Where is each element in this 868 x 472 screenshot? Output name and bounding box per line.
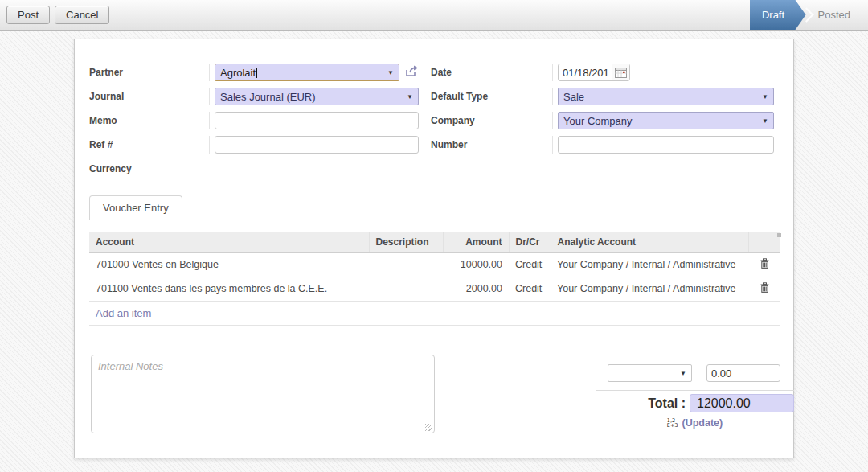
- update-link[interactable]: (Update): [682, 417, 723, 429]
- chevron-down-icon: ▼: [757, 93, 768, 101]
- currency-label: Currency: [89, 160, 211, 178]
- cell-amount[interactable]: 10000.00: [443, 252, 509, 277]
- partner-value: Agrolait: [220, 67, 256, 79]
- statusbar-active-label: Draft: [762, 9, 784, 21]
- cell-amount[interactable]: 2000.00: [443, 277, 509, 301]
- default-type-label: Default Type: [431, 88, 553, 105]
- notebook-tabs: Voucher Entry: [75, 195, 793, 220]
- col-drcr[interactable]: Dr/Cr: [509, 232, 551, 252]
- chevron-down-icon: ▼: [675, 370, 686, 377]
- text-cursor: [256, 68, 257, 78]
- add-an-item-link[interactable]: Add an item: [96, 307, 151, 319]
- statusbar-state-draft[interactable]: Draft: [750, 0, 806, 30]
- journal-select[interactable]: Sales Journal (EUR) ▼: [215, 88, 419, 105]
- cell-drcr[interactable]: Credit: [509, 277, 551, 301]
- number-input[interactable]: [558, 136, 774, 154]
- table-row[interactable]: 701000 Ventes en Belgique 10000.00 Credi…: [89, 252, 780, 277]
- writeoff-select[interactable]: ▼: [608, 364, 692, 382]
- cancel-button[interactable]: Cancel: [55, 6, 109, 24]
- tab-voucher-entry[interactable]: Voucher Entry: [89, 195, 182, 220]
- writeoff-amount-input[interactable]: [706, 364, 780, 382]
- cell-description[interactable]: [369, 252, 443, 277]
- total-label: Total :: [648, 396, 686, 411]
- voucher-lines-table: Account Description Amount Dr/Cr Analyti…: [89, 232, 781, 326]
- scientific-notation-icon: 1,2 E+3: [667, 418, 678, 428]
- ref-input[interactable]: [215, 136, 419, 154]
- calendar-icon[interactable]: [612, 64, 629, 80]
- cell-account[interactable]: 701100 Ventes dans les pays membres de l…: [89, 277, 369, 301]
- company-select[interactable]: Your Company ▼: [558, 112, 774, 129]
- memo-label: Memo: [89, 112, 210, 129]
- col-account[interactable]: Account: [89, 232, 369, 252]
- total-value: 12000.00: [697, 396, 751, 411]
- date-input[interactable]: [559, 65, 612, 80]
- default-type-select[interactable]: Sale ▼: [558, 88, 774, 105]
- table-row[interactable]: 701100 Ventes dans les pays membres de l…: [89, 277, 780, 301]
- col-description[interactable]: Description: [369, 232, 443, 252]
- company-value: Your Company: [563, 115, 633, 127]
- top-toolbar: Post Cancel Draft Posted: [0, 0, 868, 31]
- company-label: Company: [431, 112, 553, 129]
- chevron-down-icon: ▼: [402, 93, 413, 101]
- form-sheet: Partner Agrolait ▼ Jo: [74, 39, 794, 458]
- default-type-value: Sale: [563, 91, 584, 103]
- external-link-icon[interactable]: [405, 65, 419, 80]
- date-field: [558, 64, 630, 81]
- table-header-row: Account Description Amount Dr/Cr Analyti…: [89, 232, 780, 252]
- statusbar: Draft Posted: [750, 0, 862, 30]
- totals-divider: [596, 390, 794, 391]
- partner-combo[interactable]: Agrolait ▼: [215, 64, 399, 81]
- cell-description[interactable]: [369, 277, 443, 301]
- ref-label: Ref #: [89, 136, 210, 154]
- trash-icon[interactable]: [748, 277, 780, 301]
- journal-label: Journal: [89, 88, 210, 105]
- chevron-down-icon: ▼: [757, 117, 768, 125]
- statusbar-state-posted[interactable]: Posted: [813, 9, 862, 21]
- post-button[interactable]: Post: [6, 6, 50, 24]
- cell-account[interactable]: 701000 Ventes en Belgique: [89, 252, 369, 277]
- cell-analytic[interactable]: Your Company / Internal / Administrative: [551, 277, 748, 301]
- journal-value: Sales Journal (EUR): [220, 91, 316, 103]
- memo-input[interactable]: [215, 112, 419, 129]
- trash-icon[interactable]: [748, 252, 780, 277]
- writeoff-select-wrap: ▼: [608, 364, 692, 382]
- number-label: Number: [431, 136, 553, 154]
- internal-notes-textarea[interactable]: [91, 355, 435, 433]
- total-value-field: 12000.00: [690, 394, 794, 412]
- cell-analytic[interactable]: Your Company / Internal / Administrative: [551, 252, 748, 277]
- table-scrollbar[interactable]: [777, 233, 781, 237]
- chevron-down-icon[interactable]: ▼: [383, 69, 394, 76]
- col-analytic[interactable]: Analytic Account: [551, 232, 748, 252]
- add-item-row: Add an item: [89, 301, 780, 325]
- date-label: Date: [431, 64, 553, 81]
- cell-drcr[interactable]: Credit: [509, 252, 551, 277]
- col-delete: [748, 232, 780, 252]
- partner-label: Partner: [89, 64, 210, 81]
- col-amount[interactable]: Amount: [443, 232, 509, 252]
